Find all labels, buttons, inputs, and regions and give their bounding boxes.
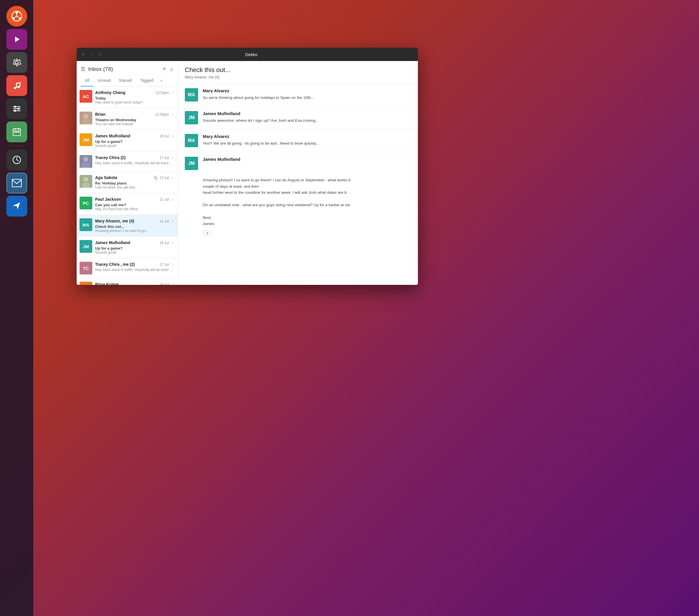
email-item[interactable]: JM James Mulholland 18 Jul ☆ Up for a ga… xyxy=(77,237,177,258)
minimize-button[interactable]: − xyxy=(89,52,94,57)
email-item[interactable]: AC Anthony Chang 13:33pm ☆ Today Hey, wa… xyxy=(77,87,177,108)
avatar: PK xyxy=(80,282,92,285)
email-preview: Sounds good! xyxy=(95,144,175,148)
svg-point-8 xyxy=(15,61,18,64)
message-body: James Mulholland Sounds awesome, where d… xyxy=(203,111,411,124)
email-item[interactable]: Aga Sakota 📎 13 Jul ☆ Re: Holiday plans … xyxy=(77,171,177,193)
star-icon[interactable]: ☆ xyxy=(171,282,175,285)
email-preview: You can take me instead xyxy=(95,122,175,126)
email-sender: Brian xyxy=(95,112,106,117)
message-text: So we're thinking about going for holida… xyxy=(203,95,411,101)
message-sender-name: James Mulholland xyxy=(203,157,411,162)
email-meta: 12:55pm ☆ xyxy=(155,112,175,117)
email-preview: Sounds good! xyxy=(95,250,175,254)
tab-all[interactable]: All xyxy=(81,75,93,87)
email-top-row: James Mulholland 18 Jul ☆ xyxy=(95,240,175,246)
email-item[interactable]: JM James Mulholland 18 Jul ☆ Up for a ga… xyxy=(77,130,177,152)
email-subject: Up for a game? xyxy=(95,246,175,250)
svg-point-9 xyxy=(14,87,16,89)
email-time: 17 Jul xyxy=(160,156,169,160)
email-subject: Up for a game? xyxy=(95,140,175,144)
email-content: Aga Sakota 📎 13 Jul ☆ Re: Holiday plans … xyxy=(95,175,175,189)
star-icon[interactable]: ☆ xyxy=(171,155,175,160)
email-preview: Call me when you get this... xyxy=(95,185,175,189)
star-icon[interactable]: ☆ xyxy=(171,240,175,246)
email-time: 12:55pm xyxy=(155,113,169,117)
email-subject: Re: Holiday plans xyxy=(95,181,175,185)
email-meta: 18 Jul ☆ xyxy=(160,133,175,139)
inbox-title: Inbox (78) xyxy=(88,66,162,72)
email-item[interactable]: Tracey Chira (2) 17 Jul ☆ Hey, been stuc… xyxy=(77,152,177,171)
expand-message-button[interactable]: ∨ xyxy=(203,230,212,236)
star-icon[interactable]: ☆ xyxy=(171,90,175,95)
star-icon[interactable]: ☆ xyxy=(171,197,175,202)
email-top-row: Paul Jackson 11 Jul ☆ xyxy=(95,197,175,202)
email-subject: Can you call me? xyxy=(95,203,175,207)
email-sender: James Mulholland xyxy=(95,240,130,245)
message-item: MA Mary Alvarez So we're thinking about … xyxy=(178,83,418,106)
launcher xyxy=(0,0,33,616)
email-content: Tracey Chira (2) 17 Jul ☆ Hey, been stuc… xyxy=(95,155,175,165)
maximize-button[interactable]: □ xyxy=(97,52,102,57)
email-meta: 11 Jul ☆ xyxy=(160,218,175,224)
compose-button[interactable]: + xyxy=(162,66,166,72)
email-meta: 13:33pm ☆ xyxy=(155,90,175,95)
message-body: Mary Alvarez So we're thinking about goi… xyxy=(203,88,411,102)
star-icon[interactable]: ☆ xyxy=(171,262,175,267)
email-item[interactable]: PK Priya Kumar 19 Jul ☆ xyxy=(77,278,177,285)
email-sender: Anthony Chang xyxy=(95,90,125,95)
email-meta: 11 Jul ☆ xyxy=(160,197,175,202)
email-subject: Theatre on Wednesday xyxy=(95,118,175,122)
email-item-selected[interactable]: MA Mary Alvarez, me (4) 11 Jul ☆ Check t… xyxy=(77,215,177,237)
svg-point-14 xyxy=(14,106,16,108)
message-sender-name: James Mulholland xyxy=(203,111,411,116)
launcher-icon-tweaks[interactable] xyxy=(6,98,27,119)
email-preview: Hey, it's Paul from the office xyxy=(95,207,175,211)
close-button[interactable]: × xyxy=(81,52,86,57)
inbox-title-row: ☰ Inbox (78) + ⌕ xyxy=(81,66,173,72)
launcher-icon-video[interactable] xyxy=(6,29,27,50)
email-time: 18 Jul xyxy=(160,134,169,138)
email-preview: Amazing photos!! I so want to go... xyxy=(95,229,175,233)
launcher-icon-music[interactable] xyxy=(6,75,27,96)
star-icon[interactable]: ☆ xyxy=(171,175,175,181)
launcher-icon-calendar[interactable] xyxy=(6,121,27,142)
email-time: 11 Jul xyxy=(160,198,169,201)
message-body: James Mulholland xyxy=(203,157,411,163)
email-top-row: Mary Alvarez, me (4) 11 Jul ☆ xyxy=(95,218,175,224)
email-meta: 18 Jul ☆ xyxy=(160,240,175,246)
star-icon[interactable]: ☆ xyxy=(171,218,175,224)
tab-starred[interactable]: Starred xyxy=(115,75,136,87)
email-top-row: Aga Sakota 📎 13 Jul ☆ xyxy=(95,175,175,181)
email-sender: Mary Alvarez, me (4) xyxy=(95,219,134,223)
svg-point-1 xyxy=(16,12,18,14)
email-sender: Aga Sakota xyxy=(95,175,117,180)
star-icon[interactable]: ☆ xyxy=(171,133,175,139)
email-item[interactable]: PC Paul Jackson 11 Jul ☆ Can you call me… xyxy=(77,193,177,215)
avatar xyxy=(80,175,92,188)
avatar: AC xyxy=(80,90,92,103)
email-meta: 17 Jul ☆ xyxy=(160,155,175,160)
email-item[interactable]: TC Tracey Chira , me (2) 17 Jul ☆ Hey, b… xyxy=(77,258,177,278)
tab-tagged[interactable]: Tagged xyxy=(136,75,157,87)
email-sender: Tracey Chira , me (2) xyxy=(95,262,135,267)
email-preview: Hey, been stuck in traffic. Hopefully wi… xyxy=(95,161,175,165)
launcher-icon-email[interactable] xyxy=(6,173,27,194)
star-icon[interactable]: ☆ xyxy=(171,112,175,117)
tab-unread[interactable]: Unread xyxy=(93,75,115,87)
svg-rect-27 xyxy=(14,132,16,133)
search-button[interactable]: ⌕ xyxy=(170,66,173,72)
attachment-icon: 📎 xyxy=(153,175,158,180)
svg-marker-7 xyxy=(15,37,20,42)
menu-icon[interactable]: ☰ xyxy=(81,66,85,72)
launcher-icon-clock[interactable] xyxy=(6,149,27,170)
launcher-icon-settings[interactable] xyxy=(6,52,27,73)
email-item[interactable]: Brian 12:55pm ☆ Theatre on Wednesday You… xyxy=(77,108,177,130)
message-text: Yes!!! We are all going - its going to b… xyxy=(203,141,411,146)
svg-rect-33 xyxy=(12,179,22,187)
launcher-icon-browser[interactable] xyxy=(6,196,27,217)
email-top-row: Tracey Chira (2) 17 Jul ☆ xyxy=(95,155,175,160)
launcher-separator xyxy=(10,146,24,146)
launcher-icon-ubuntu[interactable] xyxy=(6,6,27,27)
tab-more[interactable]: › xyxy=(157,75,165,87)
